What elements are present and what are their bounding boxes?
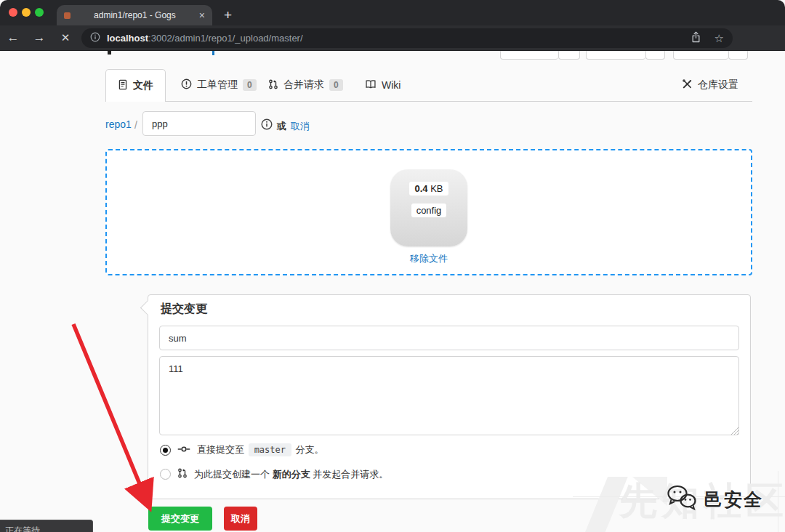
remove-file-link[interactable]: 移除文件 bbox=[390, 252, 467, 265]
tabbar-divider bbox=[105, 101, 752, 102]
tab-pulls-label: 合并请求 bbox=[283, 78, 324, 92]
url-host: localhost bbox=[107, 33, 148, 44]
brand-badge: 邑安全 bbox=[666, 484, 763, 515]
window-close-button[interactable] bbox=[9, 8, 17, 17]
browser-tab[interactable]: admin1/repo1 - Gogs × bbox=[57, 5, 212, 25]
tab-pull-requests[interactable]: 合并请求 0 bbox=[268, 76, 343, 94]
commit-icon bbox=[177, 445, 190, 456]
repo-settings-label: 仓库设置 bbox=[698, 78, 738, 92]
tab-close-icon[interactable]: × bbox=[199, 10, 205, 20]
watch-button-partial[interactable] bbox=[500, 51, 580, 60]
forward-button[interactable]: → bbox=[31, 29, 48, 47]
window-minimize-button[interactable] bbox=[22, 8, 31, 17]
browser-status-tooltip: 正在等待... bbox=[0, 520, 93, 532]
radio-selected-icon[interactable] bbox=[160, 445, 171, 456]
branch-icon bbox=[177, 467, 188, 481]
page-info-icon[interactable] bbox=[90, 32, 100, 45]
file-size-value: 0.4 bbox=[414, 183, 427, 194]
pulls-count-badge: 0 bbox=[329, 79, 343, 91]
file-dropzone[interactable]: 0.4 KB config 移除文件 bbox=[105, 149, 752, 275]
stop-button[interactable]: ✕ bbox=[57, 29, 74, 47]
clipped-repo-icon bbox=[108, 51, 111, 55]
tools-icon bbox=[682, 78, 693, 92]
radio-new-text: 为此提交创建一个 新的分支 并发起合并请求。 bbox=[194, 468, 388, 481]
file-size-unit: KB bbox=[430, 183, 443, 194]
pull-request-icon bbox=[268, 78, 278, 92]
tab-wiki-label: Wiki bbox=[382, 79, 400, 91]
window-zoom-button[interactable] bbox=[35, 8, 44, 17]
browser-window: admin1/repo1 - Gogs × + ← → ✕ localhost:… bbox=[0, 0, 785, 532]
filename-input[interactable] bbox=[142, 111, 256, 136]
breadcrumb-repo-link[interactable]: repo1 bbox=[105, 118, 132, 130]
url-text[interactable]: localhost:3002/admin1/repo1/_upload/mast… bbox=[107, 33, 683, 44]
issues-count-badge: 0 bbox=[243, 79, 257, 91]
breadcrumb-separator: / bbox=[134, 119, 137, 131]
file-name-chip: config bbox=[411, 203, 447, 217]
watermark-vline bbox=[778, 471, 778, 532]
filename-help-icon[interactable] bbox=[261, 118, 273, 133]
commit-cancel-button[interactable]: 取消 bbox=[224, 507, 257, 531]
brand-name: 邑安全 bbox=[704, 488, 763, 512]
radio-new-branch[interactable]: 为此提交创建一个 新的分支 并发起合并请求。 bbox=[160, 467, 388, 481]
url-path: :3002/admin1/repo1/_upload/master/ bbox=[148, 33, 302, 44]
gogs-upload-page: 文件 工单管理 0 合并请求 0 Wiki 仓库设置 bbox=[0, 51, 785, 532]
tab-issues[interactable]: 工单管理 0 bbox=[181, 76, 257, 94]
gogs-favicon-icon bbox=[64, 12, 71, 19]
issue-icon bbox=[181, 78, 192, 92]
browser-tab-title: admin1/repo1 - Gogs bbox=[76, 10, 193, 20]
file-size-chip: 0.4 KB bbox=[409, 182, 448, 196]
tab-files-label: 文件 bbox=[133, 79, 153, 92]
radio-commit-direct[interactable]: 直接提交至 master 分支。 bbox=[160, 443, 324, 456]
radio-direct-text: 直接提交至 master 分支。 bbox=[197, 443, 324, 456]
file-icon bbox=[118, 79, 128, 92]
share-icon[interactable] bbox=[691, 31, 701, 46]
commit-heading: 提交变更 bbox=[161, 302, 207, 317]
browser-titlebar: admin1/repo1 - Gogs × + bbox=[0, 0, 785, 25]
book-icon bbox=[365, 79, 377, 92]
commit-summary-input[interactable] bbox=[159, 326, 739, 350]
radio-unselected-icon[interactable] bbox=[160, 469, 171, 480]
upload-cancel-link[interactable]: 取消 bbox=[291, 120, 310, 133]
commit-submit-button[interactable]: 提交变更 bbox=[148, 507, 212, 531]
wechat-icon bbox=[666, 484, 699, 515]
back-button[interactable]: ← bbox=[4, 29, 22, 47]
commit-description-textarea[interactable]: 111 bbox=[159, 356, 739, 435]
bookmark-star-icon[interactable]: ☆ bbox=[714, 33, 724, 44]
browser-toolbar: ← → ✕ localhost:3002/admin1/repo1/_uploa… bbox=[0, 25, 785, 51]
uploaded-file-card: 0.4 KB config bbox=[390, 169, 467, 246]
commit-panel: 提交变更 111 直接提交至 master 分支。 为此提交创建一个 新的分支 … bbox=[148, 294, 751, 499]
or-label: 或 bbox=[277, 120, 286, 133]
branch-name-chip: master bbox=[249, 443, 291, 456]
star-button-partial[interactable] bbox=[586, 51, 665, 60]
status-tooltip-text: 正在等待... bbox=[5, 525, 92, 532]
repo-settings-link[interactable]: 仓库设置 bbox=[682, 76, 738, 94]
address-bar[interactable]: localhost:3002/admin1/repo1/_upload/mast… bbox=[81, 28, 733, 48]
fork-button-partial[interactable] bbox=[673, 51, 748, 60]
tab-issues-label: 工单管理 bbox=[197, 78, 238, 92]
new-tab-button[interactable]: + bbox=[224, 6, 232, 25]
tab-files[interactable]: 文件 bbox=[105, 69, 166, 102]
tab-wiki[interactable]: Wiki bbox=[365, 76, 400, 94]
clipped-repo-link bbox=[212, 51, 214, 55]
